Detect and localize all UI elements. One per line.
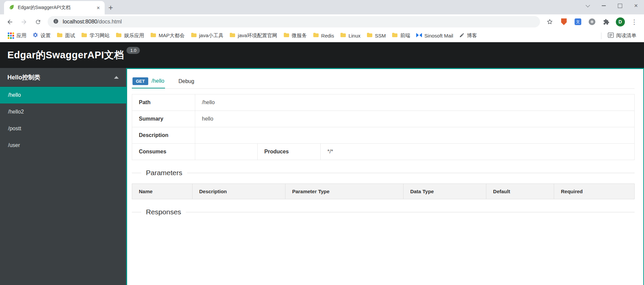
bookmark-item[interactable]: java小工具 bbox=[188, 31, 227, 40]
bookmark-item[interactable]: 面试 bbox=[54, 31, 78, 40]
folder-icon bbox=[57, 32, 63, 39]
bookmark-item[interactable]: SSM bbox=[364, 31, 389, 40]
browser-window: Edgar的SwaggerAPI文档 × + × localhost:8080/… bbox=[0, 0, 644, 285]
bookmark-item[interactable]: Linux bbox=[337, 31, 364, 40]
adblock-shield-extension-icon[interactable] bbox=[558, 16, 570, 27]
parameters-title: Parameters bbox=[146, 169, 182, 177]
maximize-button[interactable] bbox=[612, 0, 628, 11]
tab-close-icon[interactable]: × bbox=[95, 4, 101, 11]
column-header-name: Name bbox=[132, 184, 193, 199]
profile-avatar[interactable]: D bbox=[614, 16, 626, 27]
browser-menu-dots-icon[interactable]: ⋮ bbox=[629, 16, 640, 27]
parameters-table: Name Description Parameter Type Data Typ… bbox=[132, 184, 635, 199]
version-badge: 1.0 bbox=[126, 47, 140, 54]
sidebar-item-postt[interactable]: /postt bbox=[0, 120, 126, 137]
gear-icon bbox=[33, 32, 38, 39]
browser-tab-strip: Edgar的SwaggerAPI文档 × + × bbox=[0, 0, 644, 14]
folder-icon bbox=[150, 32, 156, 39]
tab-debug[interactable]: Debug bbox=[178, 74, 195, 88]
gray-circle-extension-icon[interactable] bbox=[586, 16, 598, 27]
column-header-required: Required bbox=[554, 184, 635, 199]
bookmark-label: java环境配置官网 bbox=[238, 32, 277, 39]
info-label-description: Description bbox=[132, 127, 195, 144]
bookmark-label: 娱乐应用 bbox=[124, 32, 144, 39]
folder-icon bbox=[392, 32, 398, 39]
info-value-consumes bbox=[195, 144, 258, 160]
parameters-section-heading: Parameters bbox=[132, 169, 635, 177]
bookmark-item[interactable]: MAP大都会 bbox=[147, 31, 188, 40]
page-title: Edgar的SwaggerAPI文档 bbox=[7, 49, 124, 62]
bookmark-item[interactable]: 博客 bbox=[456, 31, 480, 41]
sidebar-group-header[interactable]: Hello控制类 bbox=[0, 68, 126, 87]
extensions-puzzle-icon[interactable] bbox=[600, 16, 612, 27]
minimize-button[interactable] bbox=[596, 0, 612, 11]
pen-icon bbox=[459, 32, 465, 39]
bookmark-item[interactable]: 设置 bbox=[30, 31, 54, 41]
info-value-produces: */* bbox=[321, 144, 635, 160]
bookmark-item[interactable]: 前端 bbox=[389, 31, 413, 40]
info-label-summary: Summary bbox=[132, 111, 195, 127]
bookmark-label: MAP大都会 bbox=[159, 32, 185, 39]
refresh-icon[interactable] bbox=[32, 16, 44, 27]
responses-title: Responses bbox=[146, 208, 181, 216]
browser-toolbar: localhost:8080/docs.html 文 D ⋮ bbox=[0, 14, 644, 29]
info-label-produces: Produces bbox=[258, 144, 321, 160]
bookmarks-divider bbox=[601, 32, 601, 39]
debug-tab-label: Debug bbox=[178, 78, 194, 84]
column-header-description: Description bbox=[192, 184, 285, 199]
bookmark-label: Redis bbox=[321, 33, 334, 39]
folder-icon bbox=[229, 32, 235, 39]
forward-icon[interactable] bbox=[18, 16, 30, 27]
column-header-parameter-type: Parameter Type bbox=[285, 184, 403, 199]
window-controls: × bbox=[580, 0, 644, 11]
tab-search-chevron-icon[interactable] bbox=[580, 0, 596, 11]
page-info-icon[interactable] bbox=[53, 18, 59, 25]
bookmark-item[interactable]: Sinosoft Mail bbox=[413, 31, 456, 40]
info-value-path: /hello bbox=[195, 94, 635, 111]
new-tab-button[interactable]: + bbox=[105, 2, 117, 14]
back-icon[interactable] bbox=[4, 16, 15, 27]
bookmark-label: 设置 bbox=[41, 32, 51, 39]
browser-tab[interactable]: Edgar的SwaggerAPI文档 × bbox=[4, 1, 105, 14]
bookmark-label: 微服务 bbox=[292, 32, 307, 39]
bookmark-item[interactable]: 学习网站 bbox=[78, 31, 113, 40]
bookmark-label: 博客 bbox=[467, 32, 477, 39]
api-sidebar: Hello控制类 /hello /hello2 /postt /user bbox=[0, 68, 126, 285]
bookmark-item[interactable]: Redis bbox=[310, 31, 337, 40]
sidebar-item-user[interactable]: /user bbox=[0, 137, 126, 154]
operation-detail-panel: GET /hello Debug Path /hello Summary hel… bbox=[126, 68, 644, 285]
table-row: Consumes Produces */* bbox=[132, 144, 635, 160]
folder-icon bbox=[340, 32, 346, 39]
table-row: Description bbox=[132, 127, 635, 144]
apps-grid-icon bbox=[8, 32, 14, 39]
table-row: Path /hello bbox=[132, 94, 635, 111]
info-value-description bbox=[195, 127, 635, 144]
bookmark-star-icon[interactable] bbox=[544, 16, 555, 27]
sidebar-item-hello2[interactable]: /hello2 bbox=[0, 103, 126, 120]
column-header-data-type: Data Type bbox=[403, 184, 486, 199]
bookmark-label: 面试 bbox=[65, 32, 75, 39]
sidebar-group-label: Hello控制类 bbox=[7, 73, 40, 81]
sidebar-item-hello[interactable]: /hello bbox=[0, 87, 126, 103]
close-window-button[interactable]: × bbox=[628, 0, 644, 11]
info-label-path: Path bbox=[132, 94, 195, 111]
bookmark-item[interactable]: 娱乐应用 bbox=[113, 31, 147, 40]
bookmark-item[interactable]: 微服务 bbox=[280, 31, 310, 40]
operation-info-table: Path /hello Summary hello Description Co… bbox=[132, 94, 635, 160]
collapse-caret-icon bbox=[114, 76, 119, 79]
reading-list-button[interactable]: 阅读清单 bbox=[605, 31, 639, 41]
bookmark-label: SSM bbox=[375, 33, 386, 39]
bookmark-item[interactable]: 应用 bbox=[5, 31, 30, 40]
address-bar[interactable]: localhost:8080/docs.html bbox=[48, 16, 540, 27]
bookmark-item[interactable]: java环境配置官网 bbox=[226, 31, 280, 40]
folder-icon bbox=[313, 32, 319, 39]
info-value-summary: hello bbox=[195, 111, 635, 127]
tab-get-hello[interactable]: GET /hello bbox=[132, 74, 165, 88]
folder-icon bbox=[367, 32, 373, 39]
translate-extension-icon[interactable]: 文 bbox=[572, 16, 584, 27]
operation-tabs: GET /hello Debug bbox=[132, 69, 635, 89]
info-label-consumes: Consumes bbox=[132, 144, 195, 160]
bookmark-label: Sinosoft Mail bbox=[424, 33, 453, 39]
folder-icon bbox=[81, 32, 87, 39]
url-path: /docs.html bbox=[97, 19, 122, 24]
